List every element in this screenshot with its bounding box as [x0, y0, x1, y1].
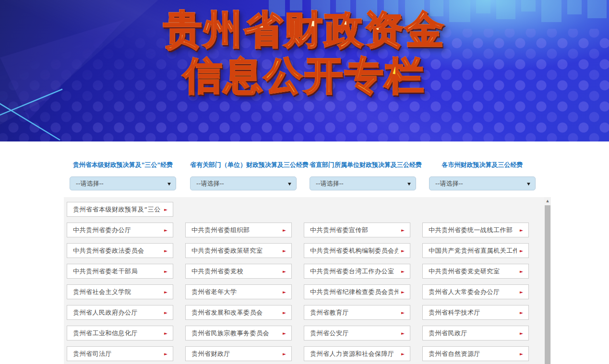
list-item-label: 中共贵州省委政策研究室 — [191, 247, 263, 255]
list-item[interactable]: 贵州省民族宗教事务委员会► — [185, 326, 292, 341]
list-item[interactable]: 贵州省自然资源厅► — [422, 346, 529, 361]
arrow-right-icon: ► — [283, 331, 286, 336]
arrow-right-icon: ► — [283, 310, 286, 315]
list-item-label: 贵州省省本级财政预算及“三公”经费 — [73, 205, 161, 214]
arrow-right-icon: ► — [401, 310, 405, 315]
empty-cell — [422, 202, 529, 217]
arrow-right-icon: ► — [164, 207, 167, 212]
list-item[interactable]: 贵州省发展和改革委员会► — [185, 305, 292, 320]
arrow-right-icon: ► — [520, 310, 523, 315]
arrow-right-icon: ► — [401, 269, 405, 274]
filter-departments: 省有关部门（单位）财政预决算及三公经费 --请选择-- ▼ — [190, 161, 297, 190]
list-item-label: 中共贵州省委办公厅 — [73, 226, 131, 235]
arrow-right-icon: ► — [520, 228, 523, 233]
arrow-right-icon: ► — [401, 290, 405, 294]
list-item-label: 贵州省社会主义学院 — [73, 288, 131, 296]
list-item[interactable]: 中共贵州省委宣传部► — [304, 223, 410, 237]
list-item[interactable]: 贵州省人力资源和社会保障厅► — [304, 346, 410, 361]
department-budget-select[interactable]: --请选择-- ▼ — [190, 176, 297, 190]
arrow-right-icon: ► — [164, 331, 167, 336]
arrow-right-icon: ► — [283, 290, 286, 294]
chevron-down-icon: ▼ — [407, 181, 411, 186]
list-item-label: 中共贵州省委政法委员会 — [73, 247, 144, 255]
list-item[interactable]: 中共贵州省委办公厅► — [67, 223, 173, 237]
select-value: --请选择-- — [76, 179, 104, 188]
list-item[interactable]: 中共贵州省委老干部局► — [67, 264, 173, 279]
header-banner: 贵州省财政资金 信息公开专栏 — [0, 0, 609, 141]
vertical-scrollbar[interactable]: ▲ — [544, 197, 551, 364]
arrow-right-icon: ► — [401, 248, 405, 253]
list-item-label: 中共贵州省委老干部局 — [73, 267, 138, 276]
list-item-label: 贵州省司法厅 — [73, 350, 112, 358]
page-title-line2: 信息公开专栏 — [0, 53, 609, 99]
list-item[interactable]: 贵州省科学技术厅► — [422, 305, 529, 320]
list-item[interactable]: 中共贵州省委台湾工作办公室► — [304, 264, 410, 279]
arrow-right-icon: ► — [164, 269, 167, 274]
arrow-right-icon: ► — [283, 269, 286, 274]
arrow-right-icon: ► — [401, 228, 405, 233]
empty-cell — [185, 202, 292, 217]
list-item[interactable]: 贵州省财政厅► — [185, 346, 292, 361]
select-value: --请选择-- — [196, 179, 224, 188]
scroll-up-button[interactable]: ▲ — [544, 197, 551, 205]
list-item-label: 贵州省自然资源厅 — [429, 350, 480, 358]
city-budget-select[interactable]: --请选择-- ▼ — [429, 176, 536, 190]
list-item[interactable]: 中共贵州省委党史研究室► — [422, 264, 529, 279]
arrow-right-icon: ► — [164, 290, 167, 294]
list-item[interactable]: 贵州省教育厅► — [304, 305, 410, 320]
list-item[interactable]: 贵州省民政厅► — [422, 326, 529, 341]
arrow-right-icon: ► — [520, 248, 523, 253]
arrow-right-icon: ► — [520, 352, 523, 356]
arrow-right-icon: ► — [401, 331, 405, 336]
chevron-down-icon: ▼ — [167, 181, 171, 186]
arrow-right-icon: ► — [283, 352, 286, 356]
page-title-line1: 贵州省财政资金 — [0, 7, 609, 53]
list-item-label: 贵州省民族宗教事务委员会 — [191, 329, 269, 338]
list-item[interactable]: 中共贵州省委政策研究室► — [185, 243, 292, 258]
select-value: --请选择-- — [316, 179, 344, 188]
subordinate-unit-budget-select[interactable]: --请选择-- ▼ — [310, 176, 416, 190]
arrow-right-icon: ► — [164, 228, 167, 233]
department-list-panel: 贵州省省本级财政预算及“三公”经费►中共贵州省委办公厅►中共贵州省委组织部►中共… — [64, 197, 551, 364]
list-item-label: 中共贵州省委组织部 — [191, 226, 250, 235]
provincial-budget-select[interactable]: --请选择-- ▼ — [70, 176, 176, 190]
list-item[interactable]: 贵州省公安厅► — [304, 326, 410, 341]
list-item-label: 贵州省科学技术厅 — [429, 308, 480, 317]
list-item-label: 贵州省人民政府办公厅 — [73, 308, 138, 317]
list-item-label: 中共贵州省委台湾工作办公室 — [310, 267, 394, 276]
list-item[interactable]: 中共贵州省委政法委员会► — [67, 243, 173, 258]
list-item-label: 中共贵州省纪律检查委员会贵州省... — [310, 288, 398, 296]
list-item[interactable]: 贵州省司法厅► — [67, 346, 173, 361]
list-item-label: 中共贵州省委党史研究室 — [429, 267, 500, 276]
page-title: 贵州省财政资金 信息公开专栏 — [0, 0, 609, 99]
arrow-right-icon: ► — [520, 331, 523, 336]
list-item-label: 中国共产党贵州省直属机关工作委员会 — [429, 247, 517, 255]
arrow-right-icon: ► — [164, 352, 167, 356]
filter-cities: 各市州财政预决算及三公经费 --请选择-- ▼ — [429, 161, 536, 190]
list-item[interactable]: 中共贵州省委机构编制委员会办公室► — [304, 243, 410, 258]
list-item[interactable]: 贵州省人大常委会办公厅► — [422, 284, 529, 299]
list-item[interactable]: 中共贵州省委统一战线工作部► — [422, 223, 529, 237]
select-value: --请选择-- — [435, 179, 463, 188]
list-item[interactable]: 贵州省人民政府办公厅► — [67, 305, 173, 320]
list-item[interactable]: 中共贵州省委组织部► — [185, 223, 292, 237]
arrow-right-icon: ► — [283, 248, 286, 253]
list-item-label: 中共贵州省委机构编制委员会办公室 — [310, 247, 398, 255]
list-item-label: 贵州省老年大学 — [191, 288, 237, 296]
list-item[interactable]: 中国共产党贵州省直属机关工作委员会► — [422, 243, 529, 258]
department-grid: 贵州省省本级财政预算及“三公”经费►中共贵州省委办公厅►中共贵州省委组织部►中共… — [64, 197, 551, 364]
filter-section: 贵州省本级财政预决算及"三公"经费 --请选择-- ▼ 省有关部门（单位）财政预… — [0, 141, 609, 197]
list-item[interactable]: 贵州省省本级财政预算及“三公”经费► — [67, 202, 173, 217]
list-item[interactable]: 中共贵州省纪律检查委员会贵州省...► — [304, 284, 410, 299]
scrollbar-thumb[interactable] — [545, 205, 550, 364]
list-item-label: 贵州省人力资源和社会保障厅 — [310, 350, 394, 358]
list-item-label: 贵州省公安厅 — [310, 329, 349, 338]
list-item[interactable]: 贵州省工业和信息化厅► — [67, 326, 173, 341]
arrow-right-icon: ► — [520, 269, 523, 274]
list-item[interactable]: 贵州省老年大学► — [185, 284, 292, 299]
list-item-label: 贵州省民政厅 — [429, 329, 467, 338]
list-item-label: 贵州省发展和改革委员会 — [191, 308, 263, 317]
list-item[interactable]: 贵州省社会主义学院► — [67, 284, 173, 299]
list-item-label: 贵州省财政厅 — [191, 350, 230, 358]
list-item[interactable]: 中共贵州省委党校► — [185, 264, 292, 279]
